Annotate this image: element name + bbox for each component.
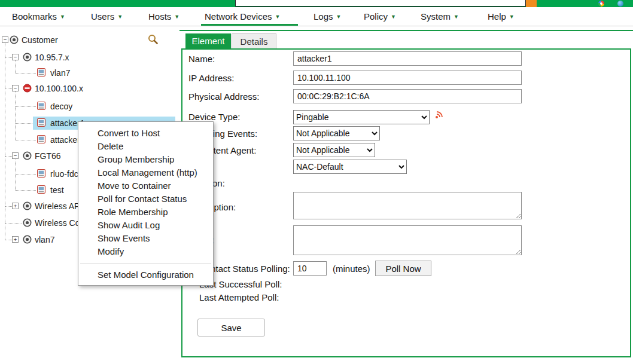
tree-node-label[interactable]: decoy <box>50 100 72 113</box>
container-icon <box>23 201 32 210</box>
device-icon <box>37 169 45 178</box>
polling-interval-input[interactable] <box>293 261 327 276</box>
collapse-toggle[interactable] <box>12 85 19 91</box>
orange-tile <box>526 0 537 7</box>
menu-label: Users <box>91 11 123 22</box>
menu-item-set-model-configuration[interactable]: Set Model Configuration <box>78 268 213 282</box>
poll-now-button[interactable]: Poll Now <box>375 261 431 276</box>
container-down-icon <box>23 84 32 93</box>
expand-toggle[interactable] <box>12 236 19 243</box>
tree-node-label[interactable]: Wireless APs <box>35 200 84 213</box>
tree-node-label[interactable]: 10.95.7.x <box>35 51 69 64</box>
container-icon <box>10 35 19 44</box>
menu-label: Network Devices <box>205 11 280 22</box>
app-window: Bookmarks Users Hosts Network Devices Lo… <box>0 0 633 364</box>
minutes-unit-label: (minutes) <box>333 263 370 275</box>
container-icon <box>23 218 32 227</box>
context-menu: Convert to Host Delete Group Membership … <box>78 121 214 286</box>
device-icon <box>37 68 45 77</box>
active-menu-underline <box>201 24 298 26</box>
menu-item-group-membership[interactable]: Group Membership <box>78 153 213 166</box>
tree-node-label[interactable]: FGT66 <box>35 149 61 163</box>
menu-help[interactable]: Help <box>488 7 515 26</box>
container-icon <box>23 235 32 244</box>
menu-separator <box>80 263 211 264</box>
menu-label: Hosts <box>148 11 179 22</box>
tree-row-10-95-7-x[interactable]: 10.95.7.x <box>0 51 177 64</box>
menu-label: Logs <box>314 11 341 22</box>
persistent-agent-select[interactable]: Not Applicable <box>293 143 375 157</box>
device-icon <box>37 135 45 143</box>
device-icon <box>37 118 45 127</box>
menu-system[interactable]: System <box>421 7 459 26</box>
menu-item-role-membership[interactable]: Role Membership <box>78 206 213 219</box>
menu-item-delete[interactable]: Delete <box>78 140 213 153</box>
address-box <box>235 0 526 7</box>
physical-address-label: Physical Address: <box>188 91 259 103</box>
tree-row-vlan7[interactable]: vlan7 <box>0 66 177 79</box>
tree-row-decoy[interactable]: decoy <box>0 100 177 113</box>
connector <box>15 91 16 140</box>
container-icon <box>23 151 32 160</box>
collapse-toggle[interactable] <box>12 152 19 159</box>
incoming-events-select[interactable]: Not Applicable <box>293 126 380 140</box>
menu-item-modify[interactable]: Modify <box>78 245 213 258</box>
menu-item-show-audit-log[interactable]: Show Audit Log <box>78 219 213 232</box>
menu-item-local-management[interactable]: Local Management (http) <box>78 166 213 179</box>
device-icon <box>37 102 45 110</box>
collapse-toggle[interactable] <box>2 36 8 43</box>
panel-top-border <box>179 30 633 31</box>
tab-details[interactable]: Details <box>232 33 276 48</box>
menu-label: Bookmarks <box>12 11 65 22</box>
physical-address-input[interactable] <box>293 89 522 103</box>
name-input[interactable] <box>293 51 522 66</box>
menu-item-poll-for-contact-status[interactable]: Poll for Contact Status <box>78 192 213 206</box>
menu-network-devices[interactable]: Network Devices <box>205 7 280 26</box>
save-button[interactable]: Save <box>197 319 265 337</box>
description-textarea[interactable] <box>293 192 522 219</box>
tree-node-label[interactable]: Customer <box>22 33 58 47</box>
expand-toggle[interactable] <box>12 203 19 209</box>
notes-textarea[interactable] <box>293 225 522 255</box>
collapse-toggle[interactable] <box>12 54 19 60</box>
menu-bookmarks[interactable]: Bookmarks <box>12 7 65 26</box>
ip-address-label: IP Address: <box>188 72 234 84</box>
menu-label: Policy <box>364 11 396 22</box>
tree-node-label[interactable]: vlan7 <box>50 66 70 79</box>
device-icon <box>37 185 45 194</box>
device-type-select[interactable]: Pingable <box>293 110 430 124</box>
app-globe-icon <box>617 1 623 7</box>
ip-address-input[interactable] <box>293 71 522 85</box>
name-label: Name: <box>188 53 215 65</box>
menu-label: Help <box>488 11 515 22</box>
search-icon[interactable] <box>148 34 159 45</box>
role-select[interactable]: NAC-Default <box>293 160 407 174</box>
last-attempted-poll-label: Last Attempted Poll: <box>199 292 279 304</box>
tab-element[interactable]: Element <box>185 33 231 48</box>
menu-hosts[interactable]: Hosts <box>148 7 179 26</box>
menu-item-convert-to-host[interactable]: Convert to Host <box>78 127 213 140</box>
tree-node-label[interactable]: vlan7 <box>35 233 54 246</box>
menu-item-show-events[interactable]: Show Events <box>78 232 213 245</box>
tree-node-label[interactable]: test <box>50 183 64 197</box>
menu-policy[interactable]: Policy <box>364 7 396 26</box>
tree-node-label[interactable]: 10.100.100.x <box>35 82 83 95</box>
menu-item-move-to-container[interactable]: Move to Container <box>78 179 213 192</box>
chrome-icon <box>598 1 604 7</box>
tree-row-10-100-100-x[interactable]: 10.100.100.x <box>0 82 177 95</box>
menu-logs[interactable]: Logs <box>314 7 341 26</box>
wireless-signal-icon <box>434 109 444 119</box>
menu-users[interactable]: Users <box>91 7 123 26</box>
menu-label: System <box>421 11 459 22</box>
container-icon <box>23 53 32 62</box>
